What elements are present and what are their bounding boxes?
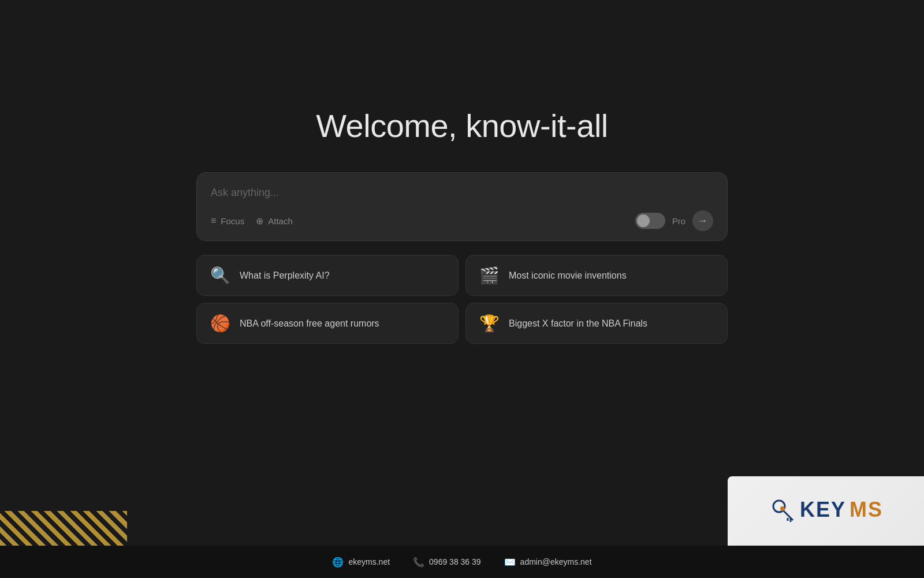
branding-overlay: KEY MS xyxy=(728,476,924,546)
attach-button[interactable]: ⊕ Attach xyxy=(256,216,293,227)
phone-item: 📞 0969 38 36 39 xyxy=(413,557,481,568)
toggle-knob xyxy=(637,214,650,227)
submit-button[interactable]: → xyxy=(692,210,713,231)
search-box: ≡ Focus ⊕ Attach Pro → xyxy=(196,172,728,241)
arrow-icon: → xyxy=(698,216,707,226)
suggestion-perplexity-ai[interactable]: 🔍 What is Perplexity AI? xyxy=(196,255,459,296)
suggestion-nba-rumors[interactable]: 🏀 NBA off-season free agent rumors xyxy=(196,303,459,344)
key-icon xyxy=(769,496,796,524)
decorative-stripes xyxy=(0,511,127,546)
attach-icon: ⊕ xyxy=(256,216,263,227)
phone-text: 0969 38 36 39 xyxy=(429,557,481,566)
suggestion-icon-search: 🔍 xyxy=(210,266,230,285)
focus-label: Focus xyxy=(221,216,244,226)
suggestion-text-nba-rumors: NBA off-season free agent rumors xyxy=(240,318,379,329)
page-title: Welcome, know-it-all xyxy=(316,107,608,144)
suggestion-text-movie: Most iconic movie inventions xyxy=(509,271,627,281)
email-icon: ✉️ xyxy=(504,557,516,568)
main-content: Welcome, know-it-all ≡ Focus ⊕ Attach Pr… xyxy=(0,0,924,451)
email-item: ✉️ admin@ekeyms.net xyxy=(504,557,592,568)
pro-label: Pro xyxy=(672,216,685,226)
website-item: 🌐 ekeyms.net xyxy=(332,557,390,568)
suggestion-icon-basketball: 🏀 xyxy=(210,314,230,333)
focus-button[interactable]: ≡ Focus xyxy=(211,216,244,226)
suggestion-text-perplexity: What is Perplexity AI? xyxy=(240,271,330,281)
globe-icon: 🌐 xyxy=(332,557,344,568)
suggestion-movie-inventions[interactable]: 🎬 Most iconic movie inventions xyxy=(465,255,728,296)
focus-icon: ≡ xyxy=(211,216,216,226)
email-text: admin@ekeyms.net xyxy=(520,557,592,566)
suggestion-icon-trophy: 🏆 xyxy=(479,314,500,333)
branding-key: KEY xyxy=(800,498,846,522)
search-toolbar: ≡ Focus ⊕ Attach Pro → xyxy=(211,210,713,231)
svg-point-4 xyxy=(780,506,785,511)
suggestion-nba-finals[interactable]: 🏆 Biggest X factor in the NBA Finals xyxy=(465,303,728,344)
suggestion-text-nba-finals: Biggest X factor in the NBA Finals xyxy=(509,318,647,329)
suggestion-icon-movie: 🎬 xyxy=(479,266,500,285)
website-text: ekeyms.net xyxy=(348,557,390,566)
pro-toggle[interactable] xyxy=(635,213,665,229)
search-input[interactable] xyxy=(211,187,713,199)
phone-icon: 📞 xyxy=(413,557,424,568)
toolbar-right: Pro → xyxy=(635,210,713,231)
attach-label: Attach xyxy=(268,216,293,226)
toolbar-left: ≡ Focus ⊕ Attach xyxy=(211,216,293,227)
suggestions-grid: 🔍 What is Perplexity AI? 🎬 Most iconic m… xyxy=(196,255,728,344)
branding-ms: MS xyxy=(850,498,883,522)
bottom-strip: 🌐 ekeyms.net 📞 0969 38 36 39 ✉️ admin@ek… xyxy=(0,546,924,578)
